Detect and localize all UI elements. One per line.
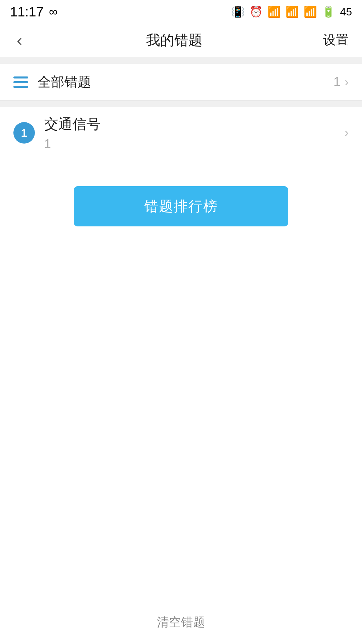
hamburger-line-2 (13, 81, 28, 83)
back-button[interactable]: ‹ (13, 28, 25, 53)
category-count: 1 (44, 137, 345, 151)
status-time: 11:17 (10, 4, 44, 19)
clear-errors-button[interactable]: 清空错题 (157, 614, 205, 631)
all-errors-label: 全部错题 (38, 73, 334, 91)
middle-divider (0, 101, 362, 107)
category-badge: 1 (13, 122, 35, 144)
vibrate-icon: 📳 (231, 5, 245, 18)
nav-bar: ‹ 我的错题 设置 (0, 23, 362, 57)
status-bar: 11:17 ∞ 📳 ⏰ 📶 📶 📶 🔋 45 (0, 0, 362, 23)
top-divider (0, 57, 362, 64)
signal-icon: 📶 (286, 5, 299, 18)
category-row[interactable]: 1 交通信号 1 › (0, 107, 362, 159)
status-bar-left: 11:17 ∞ (10, 4, 58, 19)
menu-icon (13, 76, 28, 88)
all-errors-chevron-icon: › (345, 75, 349, 89)
hamburger-line-1 (13, 76, 28, 78)
settings-button[interactable]: 设置 (323, 32, 349, 49)
signal2-icon: 📶 (304, 5, 317, 18)
footer: 清空错题 (0, 614, 362, 631)
wifi-icon: 📶 (267, 5, 281, 18)
all-errors-count: 1 (334, 75, 341, 89)
category-chevron-icon: › (345, 126, 349, 140)
page-title: 我的错题 (146, 31, 202, 50)
category-info: 交通信号 1 (44, 115, 345, 151)
all-errors-row[interactable]: 全部错题 1 › (0, 64, 362, 101)
status-bar-right: 📳 ⏰ 📶 📶 📶 🔋 45 (231, 5, 352, 18)
category-name: 交通信号 (44, 115, 345, 133)
category-index: 1 (21, 126, 27, 140)
status-infinity: ∞ (49, 5, 58, 19)
hamburger-line-3 (13, 86, 28, 88)
alarm-icon: ⏰ (249, 5, 263, 18)
battery-icon: 🔋 (322, 5, 335, 18)
leaderboard-container: 错题排行榜 (0, 186, 362, 226)
battery-level: 45 (340, 6, 352, 18)
leaderboard-button[interactable]: 错题排行榜 (74, 186, 288, 226)
